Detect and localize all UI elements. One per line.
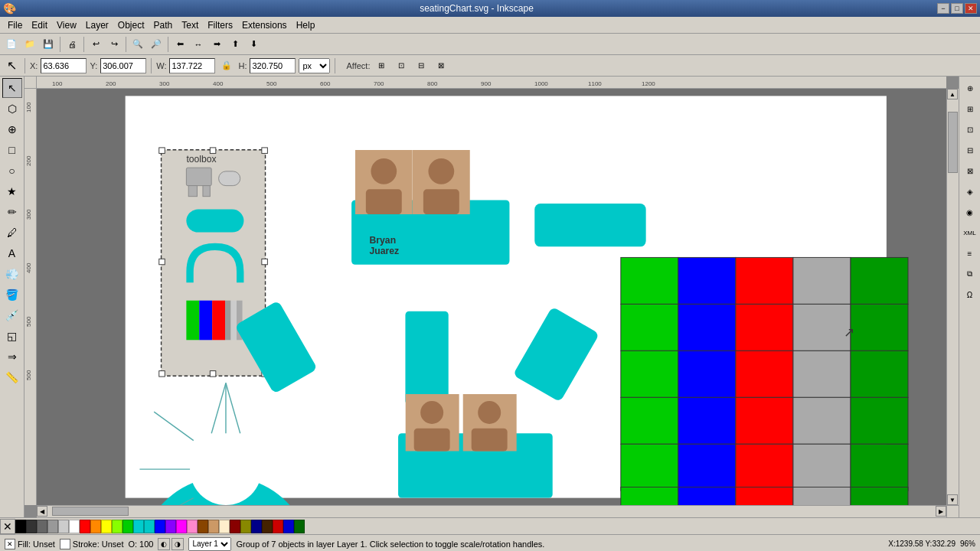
snap-btn4[interactable]: ⊟ xyxy=(960,140,980,160)
undo-button[interactable]: ↩ xyxy=(87,36,104,53)
scroll-thumb-h[interactable] xyxy=(52,507,129,516)
snap-btn5[interactable]: ⊠ xyxy=(960,161,980,181)
snap-btn3[interactable]: ⊡ xyxy=(960,119,980,139)
scroll-down-button[interactable]: ▼ xyxy=(947,494,958,505)
affect-btn2[interactable]: ⊡ xyxy=(393,57,410,74)
text-tool[interactable]: A xyxy=(2,243,22,263)
layer-select[interactable]: Layer 1 xyxy=(188,537,231,551)
snap-btn2[interactable]: ⊞ xyxy=(960,99,980,119)
color-swatch-white[interactable] xyxy=(69,520,80,533)
snap-btn1[interactable]: ⊕ xyxy=(960,78,980,98)
horizontal-scrollbar[interactable]: ◀ ▶ xyxy=(37,505,946,517)
align-right-button[interactable]: ➡ xyxy=(208,36,225,53)
menu-filters[interactable]: Filters xyxy=(203,18,237,32)
color-swatch-pink[interactable] xyxy=(187,520,198,533)
w-input[interactable] xyxy=(169,58,215,73)
close-button[interactable]: ✕ xyxy=(965,3,977,14)
menu-help[interactable]: Help xyxy=(292,18,320,32)
eyedropper-tool[interactable]: 💉 xyxy=(2,305,22,325)
menu-view[interactable]: View xyxy=(52,18,81,32)
vertical-scrollbar[interactable]: ▲ ▼ xyxy=(946,89,959,505)
color-swatch-magenta[interactable] xyxy=(176,520,187,533)
color-swatch-orange[interactable] xyxy=(90,520,101,533)
scroll-left-button[interactable]: ◀ xyxy=(37,506,47,517)
ellipse-tool[interactable]: ○ xyxy=(2,161,22,181)
open-button[interactable]: 📁 xyxy=(21,36,38,53)
align-top-button[interactable]: ⬆ xyxy=(227,36,243,53)
menu-extensions[interactable]: Extensions xyxy=(237,18,292,32)
layers-btn[interactable]: ≡ xyxy=(960,243,980,263)
select-tool[interactable]: ↖ xyxy=(2,78,22,98)
node-tool[interactable]: ⬡ xyxy=(2,99,22,119)
x-input[interactable] xyxy=(41,58,87,73)
color-swatch-navy[interactable] xyxy=(251,520,262,533)
objects-btn[interactable]: ⧉ xyxy=(960,264,980,284)
pen-tool[interactable]: 🖊 xyxy=(2,223,22,243)
rect-tool[interactable]: □ xyxy=(2,140,22,160)
color-swatch-teal[interactable] xyxy=(133,520,144,533)
align-left-button[interactable]: ⬅ xyxy=(172,36,188,53)
scroll-thumb-v[interactable] xyxy=(948,112,958,173)
affect-btn3[interactable]: ⊟ xyxy=(413,57,430,74)
canvas[interactable]: toolbox xyxy=(37,89,946,505)
color-swatch-lime[interactable] xyxy=(112,520,122,533)
maximize-button[interactable]: □ xyxy=(951,3,963,14)
menu-edit[interactable]: Edit xyxy=(27,18,52,32)
snap-btn7[interactable]: ◉ xyxy=(960,202,980,222)
print-button[interactable]: 🖨 xyxy=(64,36,80,53)
xml-btn[interactable]: XML xyxy=(960,223,980,243)
y-input[interactable] xyxy=(100,58,146,73)
save-button[interactable]: 💾 xyxy=(40,36,57,53)
scroll-up-button[interactable]: ▲ xyxy=(947,89,958,99)
color-swatch-green[interactable] xyxy=(122,520,133,533)
symbols-btn[interactable]: Ω xyxy=(960,285,980,305)
scroll-right-button[interactable]: ▶ xyxy=(936,506,946,517)
gradient-tool[interactable]: ◱ xyxy=(2,326,22,346)
affect-btn1[interactable]: ⊞ xyxy=(373,57,390,74)
color-swatch-tan[interactable] xyxy=(208,520,219,533)
menu-text[interactable]: Text xyxy=(177,18,203,32)
color-swatch-gray[interactable] xyxy=(37,520,47,533)
color-swatch-blue[interactable] xyxy=(155,520,165,533)
color-swatch-red[interactable] xyxy=(80,520,90,533)
snap-btn6[interactable]: ◈ xyxy=(960,181,980,201)
measure-tool[interactable]: 📏 xyxy=(2,367,22,387)
color-swatch-brown[interactable] xyxy=(198,520,208,533)
color-swatch-purple[interactable] xyxy=(165,520,176,533)
menu-layer[interactable]: Layer xyxy=(81,18,113,32)
align-bottom-button[interactable]: ⬇ xyxy=(245,36,262,53)
unit-select[interactable]: px mm cm xyxy=(299,58,330,73)
zoom-out-button[interactable]: 🔎 xyxy=(148,36,165,53)
color-swatch-darkgreen2[interactable] xyxy=(294,520,305,533)
new-button[interactable]: 📄 xyxy=(3,36,20,53)
fill-tool[interactable]: 🪣 xyxy=(2,285,22,305)
color-swatch-olive[interactable] xyxy=(240,520,251,533)
color-swatch-black[interactable] xyxy=(15,520,26,533)
canvas-area[interactable]: 100 200 300 400 500 600 700 800 900 1000… xyxy=(24,77,959,517)
color-swatch-silver[interactable] xyxy=(47,520,58,533)
no-color-swatch[interactable]: ✕ xyxy=(0,519,15,534)
align-center-button[interactable]: ↔ xyxy=(190,36,207,53)
connector-tool[interactable]: ⇒ xyxy=(2,347,22,367)
spray-tool[interactable]: 💨 xyxy=(2,264,22,284)
menu-object[interactable]: Object xyxy=(113,18,149,32)
lock-ratio-button[interactable]: 🔒 xyxy=(218,57,235,74)
h-input[interactable] xyxy=(250,58,296,73)
color-swatch-cream[interactable] xyxy=(219,520,230,533)
star-tool[interactable]: ★ xyxy=(2,181,22,201)
color-swatch-darkblue[interactable] xyxy=(283,520,294,533)
color-swatch-maroon[interactable] xyxy=(230,520,240,533)
color-swatch-darkbrown[interactable] xyxy=(262,520,273,533)
redo-button[interactable]: ↪ xyxy=(106,36,122,53)
color-swatch-darkgray[interactable] xyxy=(26,520,37,533)
window-controls[interactable]: − □ ✕ xyxy=(937,3,977,14)
menu-file[interactable]: File xyxy=(3,18,27,32)
color-swatch-lightgray[interactable] xyxy=(58,520,69,533)
affect-btn4[interactable]: ⊠ xyxy=(433,57,449,74)
zoom-tool[interactable]: ⊕ xyxy=(2,119,22,139)
color-swatch-darkred[interactable] xyxy=(273,520,283,533)
color-swatch-yellow[interactable] xyxy=(101,520,112,533)
minimize-button[interactable]: − xyxy=(937,3,949,14)
menu-path[interactable]: Path xyxy=(149,18,178,32)
pencil-tool[interactable]: ✏ xyxy=(2,202,22,222)
